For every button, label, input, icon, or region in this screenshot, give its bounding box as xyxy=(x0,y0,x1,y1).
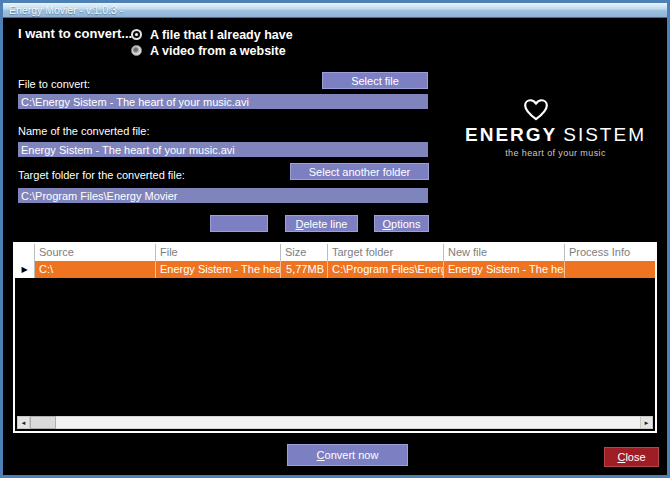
scrollbar-track[interactable] xyxy=(56,416,640,429)
brand-name-energy: ENERGY xyxy=(465,124,557,145)
horizontal-scrollbar[interactable]: ◄ ► xyxy=(17,416,653,429)
options-button[interactable]: Options xyxy=(374,215,429,232)
convert-now-button[interactable]: Convert now xyxy=(287,444,408,466)
options-rest: ptions xyxy=(391,218,420,230)
header-size[interactable]: Size xyxy=(281,244,328,261)
radio-option-file[interactable]: A file that I already have xyxy=(131,27,293,42)
window-title: Energy Movier - v.1.0.3 - xyxy=(3,4,123,16)
row-selector-icon: ▶ xyxy=(15,261,35,278)
converted-name-label: Name of the converted file: xyxy=(18,125,149,137)
cell-process-info xyxy=(565,261,655,278)
converted-name-input[interactable] xyxy=(18,142,428,157)
radio-option-website[interactable]: A video from a website xyxy=(131,43,286,58)
target-folder-input[interactable] xyxy=(18,188,428,203)
file-to-convert-input[interactable] xyxy=(18,94,428,109)
radio-option-file-label: A file that I already have xyxy=(150,28,293,42)
header-source[interactable]: Source xyxy=(35,244,156,261)
close-button[interactable]: Close xyxy=(604,447,659,467)
cell-source: C:\ xyxy=(35,261,156,278)
radio-unselected-icon[interactable] xyxy=(131,45,142,56)
table-header-row: Source File Size Target folder New file … xyxy=(15,244,655,261)
close-button-label: Close xyxy=(617,451,645,463)
conversion-queue-panel: Source File Size Target folder New file … xyxy=(13,242,657,433)
options-button-label: Options xyxy=(383,218,421,230)
delete-line-button-label: Delete line xyxy=(296,218,348,230)
radio-option-website-label: A video from a website xyxy=(150,44,286,58)
options-mnemonic: O xyxy=(383,218,392,230)
header-target-folder[interactable]: Target folder xyxy=(328,244,444,261)
brand-name-sistem: SISTEM xyxy=(563,124,646,145)
brand-name: ENERGYSISTEM xyxy=(458,124,653,146)
header-selector xyxy=(15,244,35,261)
cell-size: 5,77MB xyxy=(281,261,328,278)
brand-logo: ENERGYSISTEM the heart of your music xyxy=(458,98,653,158)
convert-now-button-label: Convert now xyxy=(317,449,379,461)
select-file-button[interactable]: Select file xyxy=(322,72,428,89)
cell-file: Energy Sistem - The heart of your music.… xyxy=(156,261,281,278)
delete-line-rest: elete line xyxy=(303,218,347,230)
select-folder-button-label: Select another folder xyxy=(309,166,411,178)
cell-new-file: Energy Sistem - The heart of your music.… xyxy=(444,261,565,278)
close-rest: lose xyxy=(625,451,645,463)
convert-prompt-label: I want to convert... xyxy=(18,26,132,41)
table-row[interactable]: ▶ C:\ Energy Sistem - The heart of your … xyxy=(15,261,655,278)
select-folder-button[interactable]: Select another folder xyxy=(290,163,429,180)
header-file[interactable]: File xyxy=(156,244,281,261)
scrollbar-thumb[interactable] xyxy=(30,416,56,429)
heart-icon xyxy=(523,98,549,126)
client-area: I want to convert... A file that I alrea… xyxy=(3,18,667,475)
radio-selected-icon[interactable] xyxy=(131,29,142,40)
cell-target-folder: C:\Program Files\Energy Movier xyxy=(328,261,444,278)
app-window: Energy Movier - v.1.0.3 - I want to conv… xyxy=(0,0,670,478)
select-file-button-label: Select file xyxy=(351,75,399,87)
scroll-right-icon[interactable]: ► xyxy=(640,416,653,429)
convert-mnemonic: C xyxy=(317,449,325,461)
target-folder-label: Target folder for the converted file: xyxy=(18,169,185,181)
convert-rest: onvert now xyxy=(325,449,379,461)
title-bar[interactable]: Energy Movier - v.1.0.3 - xyxy=(3,3,667,18)
file-to-convert-label: File to convert: xyxy=(18,78,90,90)
header-process-info[interactable]: Process Info xyxy=(565,244,655,261)
delete-line-button[interactable]: Delete line xyxy=(285,215,358,232)
header-new-file[interactable]: New file xyxy=(444,244,565,261)
scroll-left-icon[interactable]: ◄ xyxy=(17,416,30,429)
blank-button[interactable] xyxy=(210,215,268,232)
brand-tagline: the heart of your music xyxy=(458,148,653,158)
